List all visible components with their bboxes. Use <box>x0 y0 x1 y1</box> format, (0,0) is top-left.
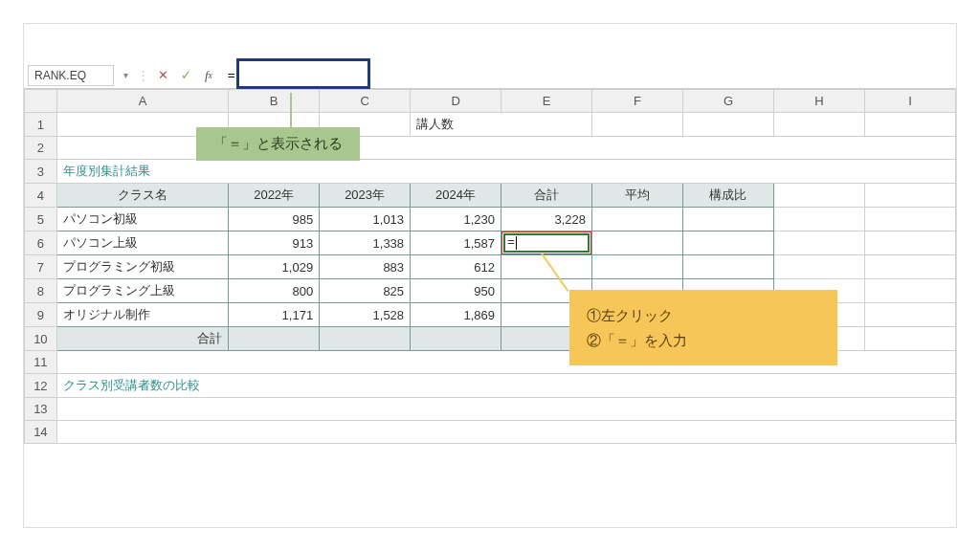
active-cell-E6[interactable]: = <box>501 231 592 255</box>
cell[interactable]: 1,587 <box>411 231 501 255</box>
row-header-4[interactable]: 4 <box>25 184 57 208</box>
row-header-8[interactable]: 8 <box>25 279 57 303</box>
callout-connector <box>290 93 292 129</box>
table-row: 7 プログラミング初級 1,029 883 612 <box>25 255 956 279</box>
row-header-10[interactable]: 10 <box>25 327 57 351</box>
col-header-E[interactable]: E <box>501 90 592 113</box>
header-class: クラス名 <box>56 184 228 208</box>
callout-formula-display: 「＝」と表示される <box>196 127 360 161</box>
name-box[interactable]: RANK.EQ <box>28 65 114 86</box>
editing-text: = <box>507 234 517 250</box>
col-header-C[interactable]: C <box>320 90 411 113</box>
row-header-12[interactable]: 12 <box>25 374 57 398</box>
row-header-13[interactable]: 13 <box>25 398 57 421</box>
formula-input[interactable] <box>222 65 952 86</box>
header-2023: 2023年 <box>320 184 411 208</box>
row-header-7[interactable]: 7 <box>25 255 57 279</box>
cell[interactable]: 800 <box>229 279 320 303</box>
cell[interactable]: プログラミング初級 <box>56 255 228 279</box>
cell[interactable]: 1,869 <box>411 303 501 327</box>
cell[interactable] <box>683 231 774 255</box>
cell[interactable] <box>320 327 411 351</box>
cell[interactable] <box>592 208 683 231</box>
cell[interactable]: オリジナル制作 <box>56 303 228 327</box>
header-2024: 2024年 <box>411 184 501 208</box>
cell[interactable] <box>592 255 683 279</box>
section-1-label: 年度別集計結果 <box>56 160 955 184</box>
header-ratio: 構成比 <box>683 184 774 208</box>
cell[interactable]: 950 <box>411 279 501 303</box>
total-label-cell[interactable]: 合計 <box>56 327 228 351</box>
col-header-H[interactable]: H <box>773 90 864 113</box>
cell[interactable]: 1,338 <box>320 231 411 255</box>
callout-instructions: ①左クリック ②「＝」を入力 <box>569 290 837 365</box>
cell[interactable] <box>411 327 501 351</box>
row-header-11[interactable]: 11 <box>25 351 57 374</box>
header-total: 合計 <box>501 184 592 208</box>
cell[interactable] <box>592 231 683 255</box>
row-header-3[interactable]: 3 <box>25 160 57 184</box>
sheet-title: 講人数 <box>411 113 592 137</box>
cell[interactable]: 883 <box>320 255 411 279</box>
cell[interactable]: 612 <box>411 255 501 279</box>
name-box-value: RANK.EQ <box>34 69 86 82</box>
cell[interactable]: 1,013 <box>320 208 411 231</box>
select-all-corner[interactable] <box>25 90 57 113</box>
cell[interactable] <box>683 255 774 279</box>
cell[interactable]: 1,528 <box>320 303 411 327</box>
cell[interactable]: 913 <box>229 231 320 255</box>
section-2-label: クラス別受講者数の比較 <box>56 374 955 398</box>
row-header-9[interactable]: 9 <box>25 303 57 327</box>
cell[interactable] <box>229 327 320 351</box>
col-header-B[interactable]: B <box>229 90 320 113</box>
formula-bar: RANK.EQ ▾ ⋮ ✕ ✓ fx <box>24 62 956 89</box>
cell[interactable]: 825 <box>320 279 411 303</box>
callout-green-text: 「＝」と表示される <box>213 135 343 151</box>
cell[interactable]: パソコン初級 <box>56 208 228 231</box>
cell[interactable]: プログラミング上級 <box>56 279 228 303</box>
table-row: 6 パソコン上級 913 1,338 1,587 = <box>25 231 956 255</box>
formula-enter-button[interactable]: ✓ <box>176 66 195 85</box>
col-header-G[interactable]: G <box>683 90 774 113</box>
table-row: 5 パソコン初級 985 1,013 1,230 3,228 <box>25 208 956 231</box>
header-avg: 平均 <box>592 184 683 208</box>
header-2022: 2022年 <box>229 184 320 208</box>
cell[interactable]: 3,228 <box>501 208 592 231</box>
row-header-5[interactable]: 5 <box>25 208 57 231</box>
name-box-dropdown-icon[interactable]: ▾ <box>118 70 133 80</box>
cell[interactable]: 1,230 <box>411 208 501 231</box>
row-header-1[interactable]: 1 <box>25 113 57 137</box>
formula-cancel-button[interactable]: ✕ <box>153 66 172 85</box>
callout-yellow-line2: ②「＝」を入力 <box>587 328 820 353</box>
row-header-6[interactable]: 6 <box>25 231 57 255</box>
cell[interactable]: 1,171 <box>229 303 320 327</box>
cell[interactable] <box>683 208 774 231</box>
col-header-I[interactable]: I <box>864 90 955 113</box>
cell[interactable]: パソコン上級 <box>56 231 228 255</box>
row-header-14[interactable]: 14 <box>25 421 57 444</box>
spreadsheet-grid[interactable]: A B C D E F G H I 1 講人数 2 3 年度別集計結果 <box>24 89 956 444</box>
cell[interactable]: 985 <box>229 208 320 231</box>
col-header-A[interactable]: A <box>56 90 228 113</box>
callout-yellow-line1: ①左クリック <box>587 303 820 328</box>
fx-icon[interactable]: fx <box>199 66 218 85</box>
col-header-F[interactable]: F <box>592 90 683 113</box>
cell[interactable]: 1,029 <box>229 255 320 279</box>
col-header-D[interactable]: D <box>411 90 501 113</box>
row-header-2[interactable]: 2 <box>25 137 57 160</box>
